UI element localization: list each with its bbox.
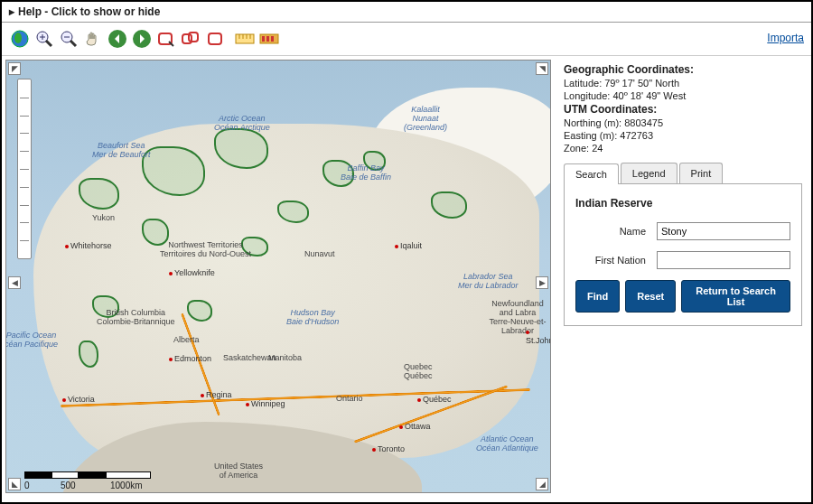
- select-rect-icon[interactable]: [155, 28, 177, 50]
- territory-label: Alberta: [173, 336, 200, 345]
- easting-value: Easting (m): 472763: [564, 130, 802, 141]
- find-button[interactable]: Find: [575, 280, 620, 313]
- pan-ne-icon[interactable]: ◥: [536, 62, 548, 75]
- longitude-value: Longitude: 40º 18' 49" West: [564, 90, 802, 101]
- svg-rect-22: [266, 36, 269, 42]
- place-label: Ottawa: [399, 422, 431, 431]
- svg-rect-15: [236, 34, 254, 43]
- place-label: Regina: [201, 390, 232, 399]
- select-multi-icon[interactable]: [180, 28, 201, 50]
- search-panel: Indian Reserve Name First Nation Find Re…: [564, 183, 802, 326]
- pan-w-icon[interactable]: ◀: [8, 276, 21, 289]
- info-sidebar: Geographic Coordinates: Latitude: 79º 17…: [551, 56, 811, 499]
- place-label: Yellowknife: [169, 268, 215, 277]
- pan-nw-icon[interactable]: ◤: [8, 62, 21, 75]
- svg-point-1: [14, 33, 22, 43]
- water-label: Pacific Oceancéan Pacifique: [5, 331, 58, 350]
- svg-rect-21: [262, 36, 265, 42]
- place-label: Iqaluit: [395, 241, 422, 250]
- place-label: Whitehorse: [65, 241, 112, 250]
- important-link[interactable]: Importa: [767, 32, 804, 44]
- reset-button[interactable]: Reset: [625, 280, 676, 313]
- svg-line-3: [46, 41, 51, 46]
- water-label: Arctic OceanOcéan Arctique: [214, 115, 270, 133]
- name-input[interactable]: [657, 222, 790, 240]
- zoom-in-icon[interactable]: [33, 28, 55, 50]
- tab-legend[interactable]: Legend: [621, 163, 678, 183]
- water-label: Labrador SeaMer du Labrador: [458, 273, 519, 291]
- place-label: Toronto: [372, 444, 405, 453]
- select-clear-icon[interactable]: [204, 28, 226, 50]
- svg-line-7: [70, 41, 76, 46]
- help-label: Help - Click to show or hide: [18, 5, 160, 18]
- water-label: Baffin BayBaie de Baffin: [341, 164, 391, 182]
- identify-icon[interactable]: [258, 28, 280, 50]
- pan-se-icon[interactable]: ◢: [536, 478, 548, 490]
- territory-label: Nunavut: [304, 250, 335, 259]
- territory-label: Yukon: [92, 214, 115, 223]
- territory-label: Ontario: [336, 395, 363, 404]
- place-label: St.John's: [526, 327, 551, 345]
- name-label: Name: [575, 226, 657, 237]
- forward-arrow-icon[interactable]: [131, 28, 153, 50]
- return-button[interactable]: Return to Search List: [681, 280, 790, 313]
- latitude-value: Latitude: 79º 17' 50" North: [564, 78, 802, 89]
- water-label: KalaallitNunaat(Greenland): [404, 106, 447, 133]
- svg-rect-14: [209, 33, 221, 44]
- pan-sw-icon[interactable]: ◣: [8, 478, 21, 490]
- measure-icon[interactable]: [234, 28, 256, 50]
- territory-label: Manitoba: [268, 354, 302, 363]
- map-toolbar: Importa: [2, 23, 811, 56]
- territory-label: QuebecQuébec: [404, 363, 433, 381]
- tab-print[interactable]: Print: [679, 163, 724, 183]
- map-canvas[interactable]: Arctic OceanOcéan ArctiqueBeaufort SeaMe…: [5, 60, 551, 493]
- pan-hand-icon[interactable]: [82, 28, 104, 50]
- territory-label: United Statesof America: [214, 462, 263, 481]
- water-label: Beaufort SeaMer de Beaufort: [92, 142, 151, 160]
- utm-coord-header: UTM Coordinates:: [564, 103, 657, 116]
- place-label: Victoria: [62, 395, 95, 404]
- water-label: Atlantic OceanOcéan Atlantique: [476, 435, 538, 453]
- svg-rect-13: [189, 33, 198, 42]
- territory-label: Northwest TerritoriesTerritoires du Nord…: [160, 241, 251, 259]
- zone-value: Zone: 24: [564, 143, 802, 154]
- pan-e-icon[interactable]: ▶: [536, 276, 548, 289]
- scale-labels: 0 500 1000km: [24, 481, 143, 490]
- zoom-out-icon[interactable]: [58, 28, 79, 50]
- tab-search[interactable]: Search: [564, 163, 619, 184]
- globe-icon[interactable]: [9, 28, 31, 50]
- help-toggle-bar[interactable]: ▸ Help - Click to show or hide: [2, 2, 811, 23]
- scale-bar: [24, 452, 151, 479]
- expand-arrow-icon: ▸: [9, 5, 14, 18]
- northing-value: Northing (m): 8803475: [564, 117, 802, 128]
- svg-rect-23: [271, 36, 274, 42]
- back-arrow-icon[interactable]: [107, 28, 128, 50]
- water-label: Hudson BayBaie d'Hudson: [286, 309, 339, 327]
- geo-coord-header: Geographic Coordinates:: [564, 63, 694, 76]
- first-nation-input[interactable]: [657, 251, 790, 269]
- place-label: Winnipeg: [246, 399, 285, 408]
- zoom-slider[interactable]: [17, 79, 32, 259]
- first-nation-label: First Nation: [575, 255, 657, 266]
- territory-label: British ColumbiaColombie-Britannique: [97, 309, 175, 327]
- place-label: Edmonton: [169, 354, 211, 363]
- place-label: Québec: [417, 395, 452, 404]
- search-title: Indian Reserve: [575, 197, 790, 210]
